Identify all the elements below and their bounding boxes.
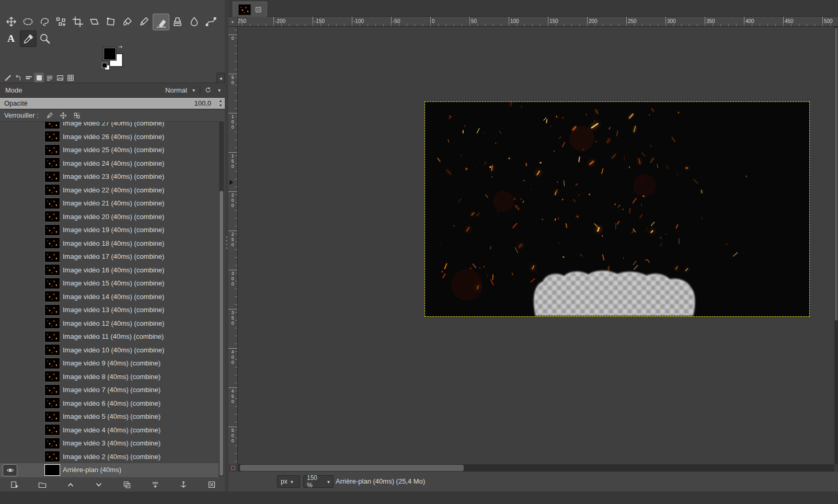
foreground-color-swatch[interactable]	[103, 47, 117, 61]
layer-row[interactable]: Image vidéo 17 (40ms) (combine)	[0, 250, 219, 264]
chevron-down-icon[interactable]: ▾	[192, 83, 195, 97]
raise-layer-button[interactable]	[64, 478, 77, 491]
tab-close-icon[interactable]	[255, 6, 262, 13]
divider-handle[interactable]	[226, 236, 227, 250]
layer-row[interactable]: Image vidéo 2 (40ms) (combine)	[0, 450, 219, 464]
dock-tab-lines[interactable]	[44, 73, 54, 83]
mode-select[interactable]: Normal	[165, 83, 187, 97]
layers-scrollbar-thumb[interactable]	[220, 191, 223, 476]
dock-tab-bars[interactable]	[24, 73, 33, 83]
layer-row[interactable]: Image vidéo 20 (40ms) (combine)	[0, 210, 219, 224]
lock-position-button[interactable]	[59, 111, 68, 120]
duplicate-layer-button[interactable]	[120, 478, 134, 491]
dock-tab-square[interactable]	[34, 73, 44, 83]
dock-tab-grid[interactable]	[65, 73, 75, 83]
layer-row[interactable]: Image vidéo 21 (40ms) (combine)	[0, 197, 219, 210]
layer-visibility-toggle[interactable]	[3, 464, 17, 476]
unit-select[interactable]: px ▾	[277, 475, 300, 488]
tool-crop[interactable]	[70, 14, 85, 29]
image-tab[interactable]	[233, 2, 267, 17]
lower-layer-button[interactable]	[92, 478, 106, 491]
layer-row[interactable]: Image vidéo 9 (40ms) (combine)	[0, 357, 219, 370]
layer-row[interactable]: Image vidéo 18 (40ms) (combine)	[0, 237, 219, 250]
tool-text[interactable]: A	[3, 30, 19, 46]
lock-alpha-button[interactable]	[72, 111, 82, 120]
zoom-select[interactable]: 150 % ▾	[303, 475, 334, 488]
tool-move[interactable]	[3, 14, 19, 29]
horizontal-ruler[interactable]: -250-200-150-100-50050100150200250300350…	[238, 17, 838, 27]
ruler-tick	[509, 17, 509, 27]
layer-row[interactable]: Image vidéo 10 (40ms) (combine)	[0, 343, 219, 357]
new-layer-button[interactable]	[7, 478, 21, 491]
dock-tab-image[interactable]	[55, 73, 65, 83]
tool-zoom[interactable]	[37, 30, 52, 46]
tool-ellipse-select[interactable]	[20, 14, 36, 29]
layer-row[interactable]: Image vidéo 7 (40ms) (combine)	[0, 383, 219, 397]
panel-divider[interactable]	[225, 0, 228, 491]
tool-pencil[interactable]	[136, 14, 152, 29]
vertical-ruler[interactable]: 050100150200250300350400450500550	[228, 27, 238, 464]
dock-tab-brush[interactable]	[3, 73, 13, 83]
dock-tab-undo[interactable]	[13, 73, 23, 83]
layer-row[interactable]: Image vidéo 22 (40ms) (combine)	[0, 184, 219, 197]
delete-layer-button[interactable]	[205, 478, 219, 491]
opacity-slider[interactable]: Opacité 100,0 ▴ ▾	[0, 98, 225, 109]
tool-color-picker[interactable]	[20, 30, 37, 47]
layer-row[interactable]: Image vidéo 11 (40ms) (combine)	[0, 330, 219, 343]
tool-select-by-color[interactable]	[53, 14, 68, 29]
anchor-layer-button[interactable]	[177, 478, 190, 491]
tool-paths[interactable]	[203, 14, 219, 29]
image-icon	[56, 74, 64, 82]
layer-row[interactable]: Image vidéo 6 (40ms) (combine)	[0, 397, 219, 410]
layer-thumbnail	[44, 358, 60, 369]
quick-mask-toggle[interactable]	[228, 464, 238, 472]
layer-row[interactable]: Image vidéo 25 (40ms) (combine)	[0, 143, 219, 157]
layer-row[interactable]: Image vidéo 5 (40ms) (combine)	[0, 410, 219, 423]
default-colors-icon[interactable]	[102, 63, 109, 69]
tool-eraser[interactable]	[153, 14, 169, 30]
layers-scrollbar[interactable]	[219, 122, 224, 477]
layer-row[interactable]: Image vidéo 8 (40ms) (combine)	[0, 370, 219, 384]
layer-row[interactable]: Image vidéo 23 (40ms) (combine)	[0, 170, 219, 184]
lock-pixels-button[interactable]	[45, 111, 54, 120]
horizontal-scrollbar[interactable]	[238, 464, 834, 472]
ruler-label: -50	[393, 18, 400, 24]
image-canvas[interactable]	[425, 102, 809, 316]
ruler-origin-button[interactable]: ▸	[228, 17, 238, 27]
image-tab-bar	[228, 0, 838, 17]
quick-mask-icon	[231, 466, 235, 470]
opacity-spinner[interactable]: ▴ ▾	[220, 98, 222, 108]
layer-row[interactable]: Image vidéo 13 (40ms) (combine)	[0, 303, 219, 317]
layer-row[interactable]: Image vidéo 24 (40ms) (combine)	[0, 157, 219, 170]
layer-label: Image vidéo 24 (40ms) (combine)	[63, 159, 164, 167]
swap-colors-icon[interactable]	[118, 45, 124, 52]
tool-clone[interactable]	[169, 14, 185, 29]
layer-row[interactable]: Image vidéo 27 (40ms) (combine)	[0, 122, 219, 130]
mode-reset-button[interactable]	[204, 86, 212, 94]
spin-up-icon[interactable]: ▴	[220, 98, 222, 103]
layer-row[interactable]: Image vidéo 4 (40ms) (combine)	[0, 423, 219, 437]
merge-down-button[interactable]	[148, 478, 162, 491]
new-group-button[interactable]	[36, 478, 49, 491]
tool-bucket-fill[interactable]	[120, 14, 135, 29]
layer-row[interactable]: Image vidéo 3 (40ms) (combine)	[0, 437, 219, 450]
vertical-scrollbar-thumb[interactable]	[835, 28, 837, 320]
layer-row[interactable]: Image vidéo 14 (40ms) (combine)	[0, 290, 219, 304]
layer-row[interactable]: Image vidéo 12 (40ms) (combine)	[0, 317, 219, 330]
vertical-scrollbar[interactable]	[834, 27, 838, 464]
tool-smudge[interactable]	[186, 14, 202, 29]
tool-perspective[interactable]	[103, 14, 119, 29]
layer-row[interactable]: Arrière-plan (40ms)	[0, 463, 219, 477]
horizontal-scrollbar-thumb[interactable]	[240, 465, 464, 471]
layer-row[interactable]: Image vidéo 19 (40ms) (combine)	[0, 223, 219, 237]
layer-row[interactable]: Image vidéo 15 (40ms) (combine)	[0, 277, 219, 290]
dock-menu-button[interactable]: ◂	[216, 73, 225, 83]
layer-row[interactable]: Image vidéo 16 (40ms) (combine)	[0, 264, 219, 277]
ruler-label: 400	[230, 349, 235, 365]
spin-down-icon[interactable]: ▾	[220, 103, 222, 108]
tool-shear[interactable]	[86, 14, 102, 29]
tool-free-select[interactable]	[37, 14, 52, 29]
layer-row[interactable]: Image vidéo 26 (40ms) (combine)	[0, 130, 219, 144]
canvas-area[interactable]	[238, 27, 834, 464]
chevron-down-icon[interactable]: ▾	[218, 83, 221, 97]
